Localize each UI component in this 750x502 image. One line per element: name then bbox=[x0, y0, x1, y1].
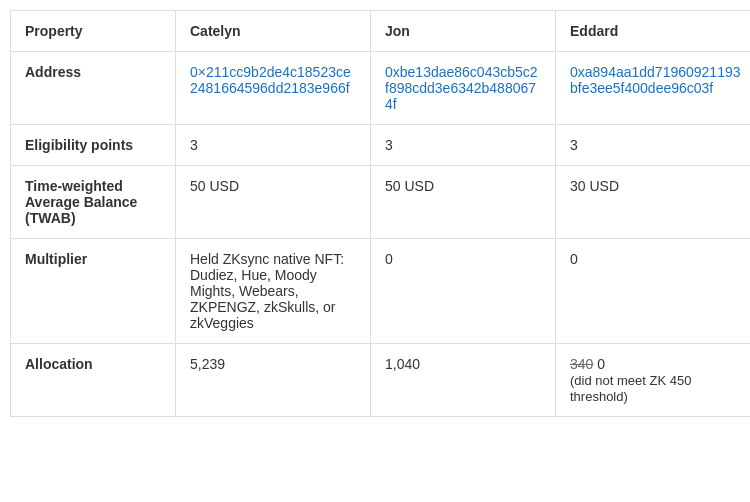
header-catelyn: Catelyn bbox=[176, 11, 371, 52]
table-row: Eligibility points 3 3 3 bbox=[11, 125, 751, 166]
header-eddard: Eddard bbox=[556, 11, 751, 52]
jon-address-link[interactable]: 0xbe13dae86c043cb5c2f898cdd3e6342b488067… bbox=[385, 64, 538, 112]
comparison-table: Property Catelyn Jon Eddard Address 0×21… bbox=[10, 10, 750, 417]
eddard-eligibility: 3 bbox=[556, 125, 751, 166]
header-jon: Jon bbox=[371, 11, 556, 52]
header-property: Property bbox=[11, 11, 176, 52]
eddard-twab: 30 USD bbox=[556, 166, 751, 239]
property-twab: Time-weighted Average Balance (TWAB) bbox=[11, 166, 176, 239]
catelyn-multiplier: Held ZKsync native NFT: Dudiez, Hue, Moo… bbox=[176, 239, 371, 344]
eddard-allocation: 340 0 (did not meet ZK 450 threshold) bbox=[556, 344, 751, 417]
jon-eligibility: 3 bbox=[371, 125, 556, 166]
catelyn-address: 0×211cc9b2de4c18523ce2481664596dd2183e96… bbox=[176, 52, 371, 125]
property-eligibility: Eligibility points bbox=[11, 125, 176, 166]
property-multiplier: Multiplier bbox=[11, 239, 176, 344]
jon-allocation: 1,040 bbox=[371, 344, 556, 417]
eddard-multiplier: 0 bbox=[556, 239, 751, 344]
property-address: Address bbox=[11, 52, 176, 125]
catelyn-address-link[interactable]: 0×211cc9b2de4c18523ce2481664596dd2183e96… bbox=[190, 64, 351, 96]
eddard-address-link[interactable]: 0xa894aa1dd71960921193bfe3ee5f400dee96c0… bbox=[570, 64, 741, 96]
table-row: Allocation 5,239 1,040 340 0 (did not me… bbox=[11, 344, 751, 417]
catelyn-allocation: 5,239 bbox=[176, 344, 371, 417]
table-row: Time-weighted Average Balance (TWAB) 50 … bbox=[11, 166, 751, 239]
jon-twab: 50 USD bbox=[371, 166, 556, 239]
property-allocation: Allocation bbox=[11, 344, 176, 417]
jon-address: 0xbe13dae86c043cb5c2f898cdd3e6342b488067… bbox=[371, 52, 556, 125]
table-row: Multiplier Held ZKsync native NFT: Dudie… bbox=[11, 239, 751, 344]
eddard-address: 0xa894aa1dd71960921193bfe3ee5f400dee96c0… bbox=[556, 52, 751, 125]
catelyn-eligibility: 3 bbox=[176, 125, 371, 166]
table-row: Address 0×211cc9b2de4c18523ce2481664596d… bbox=[11, 52, 751, 125]
catelyn-twab: 50 USD bbox=[176, 166, 371, 239]
jon-multiplier: 0 bbox=[371, 239, 556, 344]
